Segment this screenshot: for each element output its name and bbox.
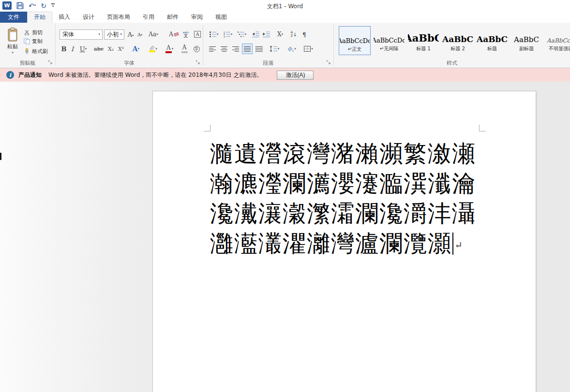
tab-file[interactable]: 文件	[0, 12, 27, 23]
subscript-button[interactable]: X₂	[106, 44, 116, 54]
multilevel-list-icon	[237, 31, 245, 38]
document-line[interactable]: 灉灆灇灈灕灣瀘瀾灠灝↵	[210, 228, 476, 260]
document-text[interactable]: 瀡遺瀯滾灣潴瀨瀕繁漵瀬 瀚瀌瀅瀾瀳瀴瀽瀶潠瀸瀹 瀺瀻瀼瀔瀿灀瀾瀺灂沣灄 灉灆灇灈…	[210, 138, 476, 260]
format-painter-icon	[24, 48, 30, 55]
style-name: ↵无间隔	[374, 45, 405, 52]
numbering-button[interactable]: 123 ▾	[221, 29, 234, 40]
italic-button[interactable]: I	[69, 44, 76, 54]
justify-button[interactable]	[242, 44, 253, 54]
multilevel-list-button[interactable]: ▾	[235, 29, 248, 40]
borders-icon	[303, 45, 311, 52]
style-sample: AaBbC	[408, 27, 439, 44]
group-clipboard: 粘贴 ▾ 剪切 复制	[0, 23, 55, 68]
align-center-button[interactable]	[219, 44, 229, 54]
text-cursor	[452, 232, 453, 255]
phonetic-guide-button[interactable]: wén 文	[181, 29, 191, 40]
bold-button[interactable]: B	[60, 44, 68, 54]
word-window: W ↶ ▾ ↻ ▾ 文档1 - Word 文件 开	[0, 0, 570, 392]
line-spacing-button[interactable]: ▾	[267, 44, 282, 54]
character-border-button[interactable]: A	[193, 29, 202, 40]
shading-button[interactable]: ▾	[285, 44, 298, 54]
format-painter-button[interactable]: 格式刷	[24, 48, 48, 55]
grow-font-icon: A	[128, 31, 132, 38]
clear-formatting-button[interactable]: A	[168, 29, 179, 40]
tab-home[interactable]: 开始	[27, 12, 52, 23]
style-sample: AaBbC	[511, 27, 542, 44]
activate-button[interactable]: 激活(A)	[277, 71, 314, 80]
show-hide-marks-button[interactable]: ¶	[300, 29, 309, 40]
sort-button[interactable]: AZ ↓	[288, 29, 299, 40]
decrease-indent-button[interactable]	[251, 29, 260, 40]
font-size-combobox[interactable]: 小初 ▾	[104, 29, 124, 40]
change-case-button[interactable]: Aa ▾	[147, 29, 160, 40]
document-page[interactable]: 瀡遺瀯滾灣潴瀨瀕繁漵瀬 瀚瀌瀅瀾瀳瀴瀽瀶潠瀸瀹 瀺瀻瀼瀔瀿灀瀾瀺灂沣灄 灉灆灇灈…	[152, 91, 536, 392]
titlebar: W ↶ ▾ ↻ ▾ 文档1 - Word	[0, 0, 570, 12]
font-name-combobox[interactable]: 宋体 ▾	[60, 29, 103, 40]
group-styles: AaBbCcDd ↵正文 AaBbCcDd ↵无间隔 AaBbC 标题 1 Aa…	[334, 23, 570, 68]
tab-mailings[interactable]: 邮件	[161, 12, 185, 23]
borders-button[interactable]: ▾	[301, 44, 315, 54]
copy-label: 复制	[32, 38, 43, 45]
style-title[interactable]: AaBbC 标题	[476, 26, 508, 55]
tab-insert[interactable]: 插入	[52, 12, 76, 23]
tab-view[interactable]: 视图	[209, 12, 233, 23]
asian-layout-icon: X	[277, 31, 282, 38]
notice-message: Word 未被激活。要继续使用 Word，而不中断，请在 2018年4月30日 …	[48, 71, 262, 79]
paste-caret-icon: ▾	[12, 51, 14, 55]
align-center-icon	[221, 46, 228, 52]
grow-font-button[interactable]: A▴	[126, 29, 135, 40]
i-beam-pointer	[0, 153, 1, 160]
copy-icon	[24, 38, 30, 44]
text-boundary-mark-left	[204, 125, 210, 131]
font-name-caret-icon[interactable]: ▾	[98, 33, 102, 36]
enclose-characters-button[interactable]: 字	[192, 44, 201, 54]
paragraph-dialog-launcher[interactable]	[326, 60, 331, 65]
style-heading-2[interactable]: AaBbC 标题 2	[442, 26, 474, 55]
highlight-color-button[interactable]: ▾	[146, 44, 160, 54]
document-line[interactable]: 瀡遺瀯滾灣潴瀨瀕繁漵瀬	[210, 138, 476, 168]
style-sample: AaBbC	[477, 27, 508, 44]
borders-caret-icon: ▾	[311, 47, 313, 51]
text-effects-button[interactable]: A ▾	[129, 44, 143, 54]
style-sample: AaBbCcDd	[340, 27, 370, 44]
align-left-icon	[209, 46, 216, 52]
shrink-font-button[interactable]: A▾	[135, 29, 144, 40]
asian-layout-button[interactable]: X ▾	[274, 29, 286, 40]
tab-review[interactable]: 审阅	[185, 12, 209, 23]
clipboard-dialog-launcher[interactable]	[48, 60, 53, 65]
strikethrough-button[interactable]: abc	[92, 44, 105, 54]
font-color-button[interactable]: A ▾	[162, 44, 177, 54]
distribute-icon	[255, 46, 263, 52]
numbering-icon: 123	[223, 31, 231, 38]
asian-layout-caret-icon: ▾	[282, 33, 284, 36]
style-subtle-emphasis[interactable]: AaBbCcD 不明显强调	[545, 26, 570, 55]
tab-references[interactable]: 引用	[136, 12, 161, 23]
font-name-value: 宋体	[60, 30, 98, 39]
font-color-caret-icon: ▾	[172, 47, 174, 51]
superscript-button[interactable]: X²	[116, 44, 126, 54]
font-size-caret-icon[interactable]: ▾	[120, 33, 124, 36]
svg-text:3: 3	[224, 35, 225, 38]
increase-indent-button[interactable]	[261, 29, 271, 40]
tab-page-layout[interactable]: 页面布局	[101, 12, 136, 23]
paste-button[interactable]: 粘贴 ▾	[2, 26, 23, 59]
align-right-button[interactable]	[230, 44, 241, 54]
style-subtitle[interactable]: AaBbC 副标题	[510, 26, 542, 55]
distribute-button[interactable]	[254, 44, 264, 54]
copy-button[interactable]: 复制	[24, 38, 43, 45]
style-normal[interactable]: AaBbCcDd ↵正文	[339, 26, 371, 55]
underline-caret-icon: ▾	[85, 47, 87, 51]
cut-button[interactable]: 剪切	[24, 29, 43, 36]
character-shading-button[interactable]: A	[180, 44, 189, 54]
style-no-spacing[interactable]: AaBbCcDd ↵无间隔	[373, 26, 405, 55]
align-left-button[interactable]	[207, 44, 218, 54]
document-area[interactable]: 瀡遺瀯滾灣潴瀨瀕繁漵瀬 瀚瀌瀅瀾瀳瀴瀽瀶潠瀸瀹 瀺瀻瀼瀔瀿灀瀾瀺灂沣灄 灉灆灇灈…	[0, 82, 570, 392]
document-line[interactable]: 瀚瀌瀅瀾瀳瀴瀽瀶潠瀸瀹	[210, 168, 476, 198]
style-heading-1[interactable]: AaBbC 标题 1	[407, 26, 439, 55]
underline-button[interactable]: U ▾	[77, 44, 90, 54]
tab-design[interactable]: 设计	[76, 12, 101, 23]
font-dialog-launcher[interactable]	[195, 60, 201, 65]
document-line[interactable]: 瀺瀻瀼瀔瀿灀瀾瀺灂沣灄	[210, 198, 476, 228]
cut-label: 剪切	[32, 29, 43, 36]
bullets-button[interactable]: ▾	[207, 29, 220, 40]
